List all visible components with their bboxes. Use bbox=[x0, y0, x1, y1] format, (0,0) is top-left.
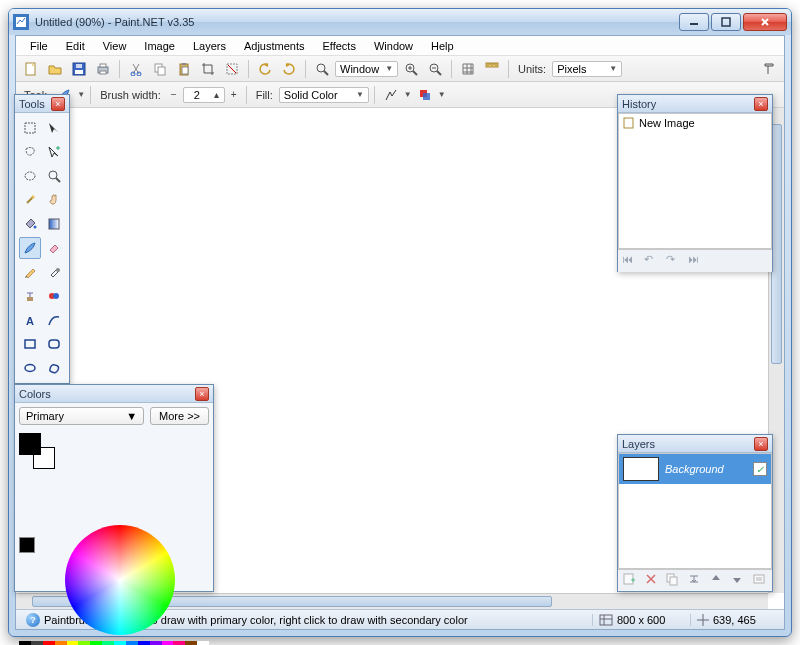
antialias-button[interactable] bbox=[380, 84, 402, 106]
palette-swatch[interactable] bbox=[19, 641, 31, 645]
menu-layers[interactable]: Layers bbox=[185, 38, 234, 54]
palette-swatch[interactable] bbox=[173, 641, 185, 645]
zoom-in-button[interactable] bbox=[400, 58, 422, 80]
primary-color-swatch[interactable] bbox=[19, 433, 41, 455]
brush-width-decrement[interactable]: − bbox=[167, 88, 181, 102]
menu-help[interactable]: Help bbox=[423, 38, 462, 54]
colors-more-button[interactable]: More >> bbox=[150, 407, 209, 425]
add-layer-button[interactable] bbox=[622, 572, 638, 588]
minimize-button[interactable] bbox=[679, 13, 709, 31]
colors-panel-close[interactable]: × bbox=[195, 387, 209, 401]
move-layer-down-button[interactable] bbox=[730, 572, 746, 588]
menu-window[interactable]: Window bbox=[366, 38, 421, 54]
brush-width-spinner[interactable]: ▴ bbox=[210, 88, 224, 102]
color-swatches[interactable] bbox=[19, 433, 55, 469]
new-button[interactable] bbox=[20, 58, 42, 80]
palette-swatch[interactable] bbox=[185, 641, 197, 645]
tool-line[interactable] bbox=[43, 309, 65, 331]
palette-swatch[interactable] bbox=[138, 641, 150, 645]
layer-properties-button[interactable] bbox=[752, 572, 768, 588]
tool-paintbrush[interactable] bbox=[19, 237, 41, 259]
palette-swatch[interactable] bbox=[102, 641, 114, 645]
history-item[interactable]: New Image bbox=[619, 114, 771, 132]
tool-text[interactable]: A bbox=[19, 309, 41, 331]
tool-move-selected-pixels[interactable] bbox=[43, 141, 65, 163]
history-fastforward-icon[interactable]: ⏭ bbox=[688, 253, 704, 269]
tool-pencil[interactable] bbox=[19, 261, 41, 283]
open-button[interactable] bbox=[44, 58, 66, 80]
brush-width-increment[interactable]: + bbox=[227, 88, 241, 102]
grid-button[interactable] bbox=[457, 58, 479, 80]
zoom-out-button[interactable] bbox=[424, 58, 446, 80]
tool-dropdown-caret[interactable]: ▼ bbox=[77, 90, 85, 99]
history-panel-close[interactable]: × bbox=[754, 97, 768, 111]
redo-button[interactable] bbox=[278, 58, 300, 80]
print-button[interactable] bbox=[92, 58, 114, 80]
zoom-icon[interactable] bbox=[311, 58, 333, 80]
palette-swatch[interactable] bbox=[150, 641, 162, 645]
palette-swatch[interactable] bbox=[78, 641, 90, 645]
layers-panel-close[interactable]: × bbox=[754, 437, 768, 451]
menu-view[interactable]: View bbox=[95, 38, 135, 54]
tool-magic-wand[interactable] bbox=[19, 189, 41, 211]
tool-eraser[interactable] bbox=[43, 237, 65, 259]
layers-panel-titlebar[interactable]: Layers × bbox=[618, 435, 772, 453]
tool-color-picker[interactable] bbox=[43, 261, 65, 283]
tool-ellipse[interactable] bbox=[19, 357, 41, 379]
tool-move-selection[interactable] bbox=[43, 117, 65, 139]
save-button[interactable] bbox=[68, 58, 90, 80]
palette-swatch[interactable] bbox=[197, 641, 209, 645]
palette-swatch[interactable] bbox=[114, 641, 126, 645]
tool-rounded-rectangle[interactable] bbox=[43, 333, 65, 355]
delete-layer-button[interactable] bbox=[644, 572, 660, 588]
add-to-palette-button[interactable] bbox=[19, 537, 35, 553]
tool-lasso-select[interactable] bbox=[19, 141, 41, 163]
tool-recolor[interactable] bbox=[43, 285, 65, 307]
antialias-caret[interactable]: ▼ bbox=[404, 90, 412, 99]
menu-effects[interactable]: Effects bbox=[315, 38, 364, 54]
tool-freeform-shape[interactable] bbox=[43, 357, 65, 379]
close-button[interactable] bbox=[743, 13, 787, 31]
history-rewind-icon[interactable]: ⏮ bbox=[622, 253, 638, 269]
history-undo-icon[interactable]: ↶ bbox=[644, 253, 660, 269]
crop-button[interactable] bbox=[197, 58, 219, 80]
history-panel-titlebar[interactable]: History × bbox=[618, 95, 772, 113]
tool-clone-stamp[interactable] bbox=[19, 285, 41, 307]
units-dropdown[interactable]: Pixels▼ bbox=[552, 61, 622, 77]
tool-gradient[interactable] bbox=[43, 213, 65, 235]
palette-swatch[interactable] bbox=[43, 641, 55, 645]
tool-pan[interactable] bbox=[43, 189, 65, 211]
colors-panel-titlebar[interactable]: Colors × bbox=[15, 385, 213, 403]
palette-swatch[interactable] bbox=[162, 641, 174, 645]
tool-paint-bucket[interactable] bbox=[19, 213, 41, 235]
fill-dropdown[interactable]: Solid Color▼ bbox=[279, 87, 369, 103]
palette-swatch[interactable] bbox=[126, 641, 138, 645]
tools-window-toggle[interactable] bbox=[758, 58, 780, 80]
layer-visibility-checkbox[interactable]: ✓ bbox=[753, 462, 767, 476]
tools-panel-titlebar[interactable]: Tools × bbox=[15, 95, 69, 113]
history-redo-icon[interactable]: ↷ bbox=[666, 253, 682, 269]
paste-button[interactable] bbox=[173, 58, 195, 80]
tool-ellipse-select[interactable] bbox=[19, 165, 41, 187]
color-selector-dropdown[interactable]: Primary▼ bbox=[19, 407, 144, 425]
tool-rectangle[interactable] bbox=[19, 333, 41, 355]
palette-swatch[interactable] bbox=[31, 641, 43, 645]
merge-layer-button[interactable] bbox=[687, 572, 703, 588]
menu-image[interactable]: Image bbox=[136, 38, 183, 54]
tool-zoom[interactable] bbox=[43, 165, 65, 187]
move-layer-up-button[interactable] bbox=[709, 572, 725, 588]
undo-button[interactable] bbox=[254, 58, 276, 80]
blend-mode-button[interactable] bbox=[414, 84, 436, 106]
menu-edit[interactable]: Edit bbox=[58, 38, 93, 54]
brush-width-input[interactable] bbox=[184, 89, 210, 101]
duplicate-layer-button[interactable] bbox=[665, 572, 681, 588]
maximize-button[interactable] bbox=[711, 13, 741, 31]
tools-panel-close[interactable]: × bbox=[51, 97, 65, 111]
zoom-level-dropdown[interactable]: Window▼ bbox=[335, 61, 398, 77]
cut-button[interactable] bbox=[125, 58, 147, 80]
deselect-button[interactable] bbox=[221, 58, 243, 80]
tool-rectangle-select[interactable] bbox=[19, 117, 41, 139]
color-wheel[interactable] bbox=[65, 525, 175, 635]
copy-button[interactable] bbox=[149, 58, 171, 80]
blend-mode-caret[interactable]: ▼ bbox=[438, 90, 446, 99]
